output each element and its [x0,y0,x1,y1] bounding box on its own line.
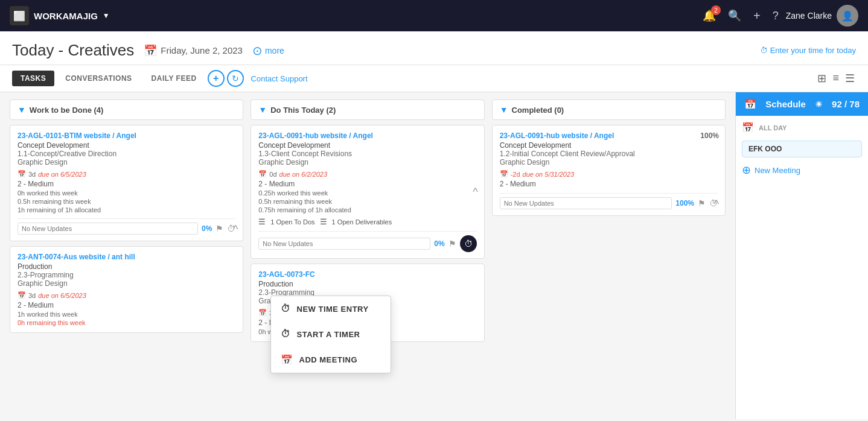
card-remaining: 0.5h remaining this week [258,198,476,205]
schedule-calendar-icon: 📅 [744,98,756,110]
calendar-small-icon: 📅 [258,309,267,317]
add-meeting-item[interactable]: 📅 ADD MEETING [271,347,391,373]
flag-icon[interactable]: ⚑ [698,198,706,208]
all-day-calendar-icon: 📅 [742,122,754,133]
calendar-small-icon: 📅 [500,170,508,178]
card-days: 3d [28,292,36,299]
card-actions: 100% ⚑ ⏱ [500,193,718,209]
column-header-today: ▼ Do This Today (2) [251,100,484,120]
new-time-entry-item[interactable]: ⏱ NEW TIME ENTRY [271,296,391,321]
more-label: more [265,46,284,55]
clock-icon: ⏱ [760,46,768,55]
nav-icons: 🔔 2 🔍 + ? [703,9,779,23]
start-timer-label: START A TIMER [297,330,360,339]
calendar-icon: 📅 [144,44,157,57]
user-menu[interactable]: Zane Clarke 👤 [786,5,858,27]
tab-tasks[interactable]: TASKS [12,71,54,86]
card-project-link[interactable]: 23-AGL-0091-hub website / Angel [500,131,718,140]
flag-icon[interactable]: ⚑ [448,239,456,248]
card-task: 1.2-Initial Concept Client Review/Approv… [500,150,718,158]
page-title: Today - Creatives [12,41,134,60]
card-phase: Production [258,280,476,288]
card-task: 2.3-Programming [18,271,235,279]
todo-count: 1 Open To Dos [270,218,314,226]
notifications-button[interactable]: 🔔 2 [703,9,716,22]
view-toggle: ⊞ ≡ ☰ [816,71,856,86]
schedule-header: 📅 Schedule ☀ 92 / 78 [736,92,868,116]
card-priority: 2 - Medium [258,180,476,188]
card-project-link[interactable]: 23-AGL-0091-hub website / Angel [258,131,476,140]
new-meeting-button[interactable]: ⊕ New Meeting [742,163,862,177]
add-task-button[interactable]: + [208,70,225,87]
task-card: 23-ANT-0074-Aus website / ant hill Produ… [10,246,243,333]
help-button[interactable]: ? [773,10,779,22]
contact-support-link[interactable]: Contact Support [251,74,308,83]
expand-up-icon[interactable]: ^ [473,186,477,198]
card-phase: Concept Development [500,141,718,150]
new-meeting-label: New Meeting [755,166,800,175]
column-header-completed: ▼ Completed (0) [492,100,726,120]
column-work-to-be-done: ▼ Work to be Done (4) 23-AGL-0101-BTIM w… [10,100,243,412]
date-display: 📅 Friday, June 2, 2023 [144,44,243,57]
updates-input[interactable] [500,197,672,209]
card-remaining: 0h remaining this week [18,319,235,326]
collapse-icon[interactable]: ▼ [18,105,26,115]
notification-badge: 2 [711,5,721,15]
card-worked: 0h worked this week [18,189,235,197]
calendar-small-icon: 📅 [18,291,26,299]
card-due-date: due on 6/5/2023 [38,171,86,178]
card-task: 1.3-Client Concept Revisions [258,150,476,158]
updates-input[interactable] [258,238,430,250]
all-day-label: ALL DAY [759,124,787,131]
active-timer-button[interactable]: ⏱ [460,235,477,252]
more-button[interactable]: ⊙ more [252,43,284,58]
card-dept: Graphic Design [258,158,476,166]
detail-view-icon[interactable]: ☰ [844,71,856,86]
card-due-meta: 📅 0d due on 6/2/2023 [258,170,476,178]
card-percent: 100% [675,199,694,207]
current-date: Friday, June 2, 2023 [161,45,243,55]
avatar: 👤 [837,5,858,27]
column-title-work: Work to be Done (4) [30,106,104,115]
card-percent: 0% [434,239,444,248]
updates-input[interactable] [18,223,198,235]
list-view-icon[interactable]: ≡ [831,71,840,86]
enter-time-button[interactable]: ⏱ Enter your time for today [760,46,856,55]
grid-view-icon[interactable]: ⊞ [816,71,828,86]
app-logo[interactable]: ⬜ WORKAMAJIG ▼ [10,6,110,25]
page-header: Today - Creatives 📅 Friday, June 2, 2023… [0,31,868,65]
collapse-icon[interactable]: ▼ [500,105,508,115]
card-worked: 1h worked this week [18,311,235,318]
expand-up-icon[interactable]: ^ [714,198,719,210]
expand-icon[interactable]: ^ [233,223,238,236]
card-due-meta: 📅 -2d due on 5/31/2023 [500,170,718,178]
card-project-link[interactable]: 23-AGL-0073-FC [258,270,476,279]
search-button[interactable]: 🔍 [728,9,741,22]
schedule-sidebar: 📅 Schedule ☀ 92 / 78 📅 ALL DAY EFK OOO ⊕… [735,92,868,419]
card-worked: 0.25h worked this week [258,189,476,197]
tab-conversations[interactable]: CONVERSATIONS [57,71,140,86]
deliverable-count: 1 Open Deliverables [332,218,392,226]
start-timer-icon: ⏱ [281,329,291,340]
refresh-button[interactable]: ↻ [227,70,244,87]
card-project-link[interactable]: 23-ANT-0074-Aus website / ant hill [18,253,235,261]
flag-icon[interactable]: ⚑ [215,224,223,233]
efk-event: EFK OOO [742,141,862,157]
calendar-small-icon: 📅 [258,170,267,178]
collapse-icon[interactable]: ▼ [258,105,267,115]
card-project-link[interactable]: 23-AGL-0101-BTIM website / Angel [18,131,235,140]
task-card: 100% 23-AGL-0091-hub website / Angel Con… [492,125,726,216]
tab-daily-feed[interactable]: DAILY FEED [143,71,205,86]
enter-time-label: Enter your time for today [770,46,856,55]
card-due-date: due on 5/31/2023 [523,171,575,178]
card-phase: Concept Development [18,141,235,150]
card-days: 0d [269,171,276,178]
plus-circle-icon: ⊕ [742,163,751,177]
add-button[interactable]: + [753,9,761,23]
start-timer-item[interactable]: ⏱ START A TIMER [271,321,391,347]
user-name: Zane Clarke [786,11,832,21]
card-due-meta: 📅 3d due on 6/5/2023 [18,170,235,178]
card-phase: Production [18,262,235,271]
schedule-body: 📅 ALL DAY EFK OOO ⊕ New Meeting [736,116,868,419]
card-todos: ☰ 1 Open To Dos ☰ 1 Open Deliverables [258,217,476,226]
